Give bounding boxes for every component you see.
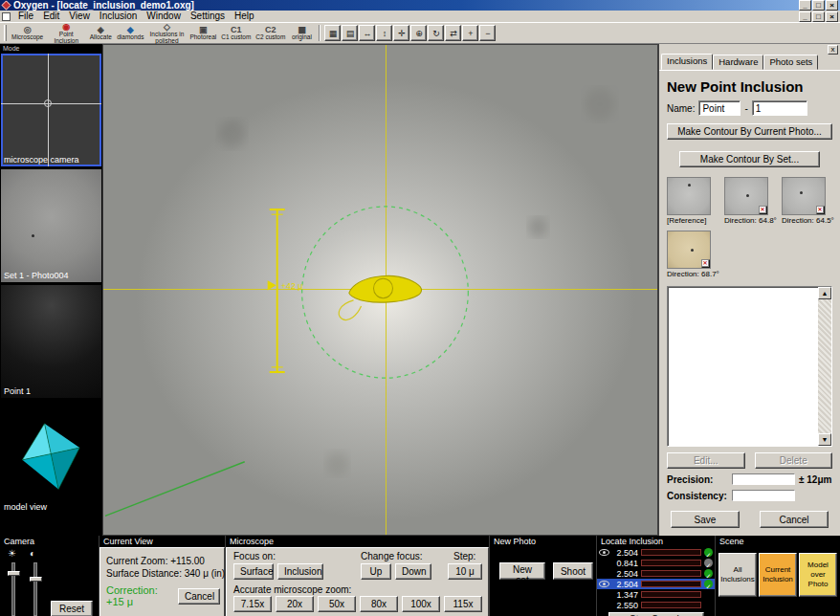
toolbar-inclusions-in-polished-button[interactable]: ◇ Inclusions in polished [146,23,187,43]
zoom-80x-button[interactable]: 80x [360,596,398,612]
menu-settings[interactable]: Settings [186,11,230,22]
reference-thumbnail[interactable]: [Reference] [667,177,713,225]
rotate-icon[interactable]: ↻ [428,25,444,41]
contrast-slider-handle[interactable] [30,577,42,582]
match-bar [641,581,701,587]
name-input[interactable] [698,100,741,116]
center-target-icon[interactable]: ⊕ [410,25,427,41]
name-number-input[interactable] [752,100,807,116]
measure-horizontal-icon[interactable]: ↔ [359,25,375,41]
contour-list[interactable]: ▲ ▼ [667,286,832,447]
locate-row[interactable]: 2.550 [597,600,715,610]
direction-marker-icon: ✕ [759,206,766,213]
sidebar-item-microscope-camera[interactable]: microscope camera [1,54,101,166]
toolbar-c2-custom-button[interactable]: C2 C2 custom [254,23,287,43]
ruler-measurement-label: +42 μ [281,281,303,291]
tab-hardware[interactable]: Hardware [713,55,763,70]
inclusion-center-marker [374,278,393,298]
menu-file[interactable]: File [13,11,38,22]
correction-cancel-button[interactable]: Cancel [178,588,220,605]
eye-icon[interactable] [599,581,609,587]
toolbar-photoreal-button[interactable]: ▣ Photoreal [188,23,218,43]
save-button[interactable]: Save [671,511,740,528]
cancel-button[interactable]: Cancel [760,511,829,528]
mdi-close-icon[interactable]: × [826,11,838,22]
toolbar-point-inclusion-button[interactable]: ◉ Point Inclusion [46,23,86,43]
tab-inclusions[interactable]: Inclusions [661,54,713,70]
locate-row[interactable]: 2.504 [597,547,715,558]
new-set-button[interactable]: New set [499,562,545,580]
sidebar-item-photo-set[interactable]: Set 1 - Photo004 [1,169,101,282]
sidebar-item-model-view[interactable]: model view [1,401,101,514]
mdi-restore-icon[interactable]: □ [812,11,825,22]
brightness-slider[interactable] [11,562,15,616]
stop-search-button[interactable]: Stop Search [608,612,704,616]
zoom-out-icon[interactable]: − [479,25,496,41]
panel-close-icon[interactable]: x [828,45,838,55]
direction-thumbnail-1[interactable]: ✕ Direction: 64.8° [724,177,770,225]
scroll-down-icon[interactable]: ▼ [818,433,831,446]
precision-meter: 98% [732,473,795,485]
step-label: Step: [453,551,475,561]
edit-button[interactable]: Edit... [667,452,745,469]
match-bar [641,570,701,577]
direction-thumbnail-3[interactable]: ✕ Direction: 68.7° [667,231,713,278]
precision-label: Precision: [667,474,728,485]
toolbar-diamonds-button[interactable]: ◆ diamonds [115,23,145,43]
make-contour-photo-button[interactable]: Make Contour By Current Photo... [667,123,832,140]
brightness-slider-handle[interactable] [8,571,20,576]
locate-row[interactable]: 1.347 [597,589,715,600]
close-icon[interactable]: × [826,0,838,11]
panels-icon[interactable]: ▤ [342,25,358,41]
locate-row[interactable]: 0.841 [597,558,715,568]
focus-down-button[interactable]: Down [395,563,431,580]
current-inclusion-button[interactable]: Current Inclusion [759,553,797,597]
zoom-in-icon[interactable]: + [462,25,478,41]
camera-reset-button[interactable]: Reset [51,601,93,616]
toolbar-microscope-button[interactable]: ◎ Microscope [10,23,45,43]
mdi-minimize-icon[interactable]: _ [799,11,811,22]
toolbar-allocate-button[interactable]: ◈ Allocate [87,23,114,43]
menu-window[interactable]: Window [142,11,186,22]
focus-up-button[interactable]: Up [361,563,391,580]
menu-help[interactable]: Help [230,11,259,22]
make-contour-set-button[interactable]: Make Contour By Set... [679,151,820,167]
microscope-viewport[interactable]: +42 μ [102,44,658,536]
scroll-track[interactable] [818,299,831,433]
grid-icon[interactable]: ▦ [324,25,341,41]
app-window: Oxygen - [locate_inclusion_demo1.oxg] _ … [0,0,840,616]
measure-vertical-icon[interactable]: ↕ [376,25,392,41]
eye-icon[interactable] [599,549,609,556]
menu-edit[interactable]: Edit [38,11,64,22]
sidebar-item-point1[interactable]: Point 1 [1,285,101,398]
zoom-20x-button[interactable]: 20x [276,596,314,612]
scroll-up-icon[interactable]: ▲ [818,287,831,299]
tab-photo-sets[interactable]: Photo sets [763,55,818,70]
swap-icon[interactable]: ⇄ [445,25,461,41]
menu-inclusion[interactable]: Inclusion [95,11,142,22]
all-inclusions-button[interactable]: All Inclusions [718,553,757,597]
menu-view[interactable]: View [64,11,95,22]
delete-button[interactable]: Delete [755,452,833,469]
crosshair-icon[interactable]: ✛ [393,25,409,41]
toolbar-original-button[interactable]: ▦ original [288,23,315,43]
focus-surface-button[interactable]: Surface [233,563,274,580]
zoom-100x-button[interactable]: 100x [402,596,440,612]
locate-row[interactable]: 2.504 [597,568,715,579]
focus-inclusion-button[interactable]: Inclusion [277,563,323,580]
model-over-photo-button[interactable]: Model over Photo [799,553,837,597]
contrast-slider[interactable] [33,562,37,616]
restore-icon[interactable]: □ [812,0,825,11]
direction-thumbnail-2[interactable]: ✕ Direction: 64.5° [782,177,828,225]
list-scrollbar[interactable]: ▲ ▼ [818,287,831,446]
focus-on-label: Focus on: [233,551,276,561]
toolbar-c1-custom-button[interactable]: C1 C1 custom [219,23,253,43]
minimize-icon[interactable]: _ [799,0,811,11]
zoom-7-15x-button[interactable]: 7.15x [233,596,272,612]
shoot-button[interactable]: Shoot [553,562,593,580]
step-button[interactable]: 10 μ [448,563,482,580]
direction-marker-icon: ✕ [816,206,824,213]
locate-row[interactable]: 2.504 [597,579,715,589]
zoom-50x-button[interactable]: 50x [318,596,356,612]
zoom-115x-button[interactable]: 115x [444,596,482,612]
